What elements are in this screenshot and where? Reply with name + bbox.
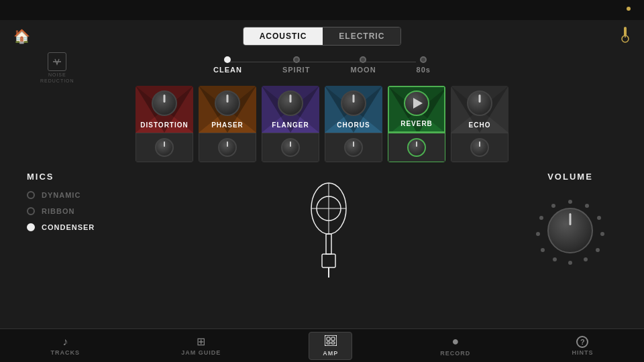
svg-rect-0 bbox=[624, 27, 627, 36]
chorus-label: CHORUS bbox=[325, 121, 382, 129]
tab-electric[interactable]: ELECTRIC bbox=[323, 27, 400, 45]
svg-point-30 bbox=[585, 204, 589, 208]
echo-knob-small[interactable] bbox=[470, 138, 489, 157]
hints-icon: ? bbox=[576, 336, 588, 348]
mic-ribbon-label: RIBBON bbox=[42, 207, 74, 215]
preset-row: NOISE REDUCTION CLEAN SPIRIT MOON 80s bbox=[0, 52, 644, 83]
preset-label-moon: MOON bbox=[350, 66, 376, 74]
preset-clean[interactable]: CLEAN bbox=[213, 56, 242, 74]
reverb-knob[interactable] bbox=[404, 90, 429, 116]
mic-dynamic[interactable]: DYNAMIC bbox=[27, 191, 134, 199]
nav-record[interactable]: ● RECORD bbox=[427, 332, 484, 359]
amp-label: AMP bbox=[323, 350, 338, 357]
jamguide-icon: ⊞ bbox=[197, 335, 205, 348]
svg-rect-44 bbox=[327, 342, 330, 344]
tuner-icon[interactable] bbox=[620, 27, 631, 46]
svg-point-34 bbox=[584, 257, 588, 261]
noise-reduction[interactable]: NOISE REDUCTION bbox=[40, 52, 74, 83]
effect-chorus[interactable]: CHORUS bbox=[325, 86, 382, 162]
mic-condenser-label: CONDENSER bbox=[42, 223, 95, 231]
preset-moon[interactable]: MOON bbox=[350, 56, 376, 74]
mic-condenser[interactable]: CONDENSER bbox=[27, 223, 134, 231]
svg-point-39 bbox=[539, 216, 543, 220]
bottom-nav: ♪ TRACKS ⊞ JAM GUIDE AMP ● RECORD ? HINT… bbox=[0, 328, 644, 362]
svg-point-31 bbox=[597, 216, 601, 220]
distortion-knob-small[interactable] bbox=[155, 138, 174, 157]
radio-ribbon bbox=[27, 207, 35, 215]
tab-acoustic[interactable]: ACOUSTIC bbox=[244, 27, 323, 45]
distortion-knob[interactable] bbox=[152, 90, 177, 116]
echo-label: ECHO bbox=[451, 121, 508, 129]
echo-top: ECHO bbox=[451, 86, 508, 133]
hints-label: HINTS bbox=[572, 349, 593, 356]
svg-rect-45 bbox=[331, 342, 335, 344]
mic-illustration bbox=[148, 172, 510, 279]
preset-label-80s: 80s bbox=[417, 66, 431, 74]
bottom-section: MICS DYNAMIC RIBBON CONDENSER bbox=[0, 165, 644, 328]
volume-knob[interactable] bbox=[547, 208, 593, 253]
phaser-bottom bbox=[199, 133, 256, 162]
record-label: RECORD bbox=[440, 350, 470, 357]
volume-title: VOLUME bbox=[547, 172, 593, 182]
effect-flanger[interactable]: FLANGER bbox=[262, 86, 319, 162]
phaser-top: PHASER bbox=[199, 86, 256, 133]
preset-spirit[interactable]: SPIRIT bbox=[282, 56, 310, 74]
top-bar bbox=[0, 0, 644, 20]
main-content: 🏠 ACOUSTIC ELECTRIC NOISE REDUCTION bbox=[0, 20, 644, 328]
svg-point-35 bbox=[568, 261, 572, 265]
mics-title: MICS bbox=[27, 172, 134, 182]
phaser-knob[interactable] bbox=[215, 90, 240, 116]
flanger-top: FLANGER bbox=[262, 86, 319, 133]
effects-row: DISTORTION PHASER bbox=[0, 83, 644, 165]
preset-dot-clean bbox=[224, 56, 231, 63]
svg-point-37 bbox=[541, 248, 545, 252]
reverb-label: REVERB bbox=[389, 120, 444, 127]
echo-bottom bbox=[451, 133, 508, 162]
header-row: 🏠 ACOUSTIC ELECTRIC bbox=[0, 20, 644, 52]
chorus-knob[interactable] bbox=[341, 90, 366, 116]
svg-point-38 bbox=[536, 232, 540, 236]
preset-dot-moon bbox=[360, 56, 366, 63]
chorus-knob-small[interactable] bbox=[344, 138, 363, 157]
tab-group: ACOUSTIC ELECTRIC bbox=[243, 27, 402, 46]
svg-point-40 bbox=[551, 204, 555, 208]
effect-phaser[interactable]: PHASER bbox=[199, 86, 256, 162]
nav-jamguide[interactable]: ⊞ JAM GUIDE bbox=[168, 333, 234, 359]
effect-distortion[interactable]: DISTORTION bbox=[136, 86, 193, 162]
effect-echo[interactable]: ECHO bbox=[451, 86, 508, 162]
svg-point-29 bbox=[568, 200, 572, 204]
top-bar-dot bbox=[627, 7, 631, 11]
flanger-knob[interactable] bbox=[278, 90, 303, 116]
mics-section: MICS DYNAMIC RIBBON CONDENSER bbox=[27, 172, 134, 239]
preset-80s[interactable]: 80s bbox=[417, 56, 431, 74]
reverb-top: REVERB bbox=[388, 86, 445, 133]
nav-hints[interactable]: ? HINTS bbox=[558, 333, 606, 359]
flanger-bottom bbox=[262, 133, 319, 162]
nav-tracks[interactable]: ♪ TRACKS bbox=[38, 333, 94, 359]
home-icon[interactable]: 🏠 bbox=[13, 28, 30, 44]
noise-icon bbox=[48, 52, 66, 71]
chorus-top: CHORUS bbox=[325, 86, 382, 133]
distortion-label: DISTORTION bbox=[136, 121, 193, 129]
flanger-label: FLANGER bbox=[262, 121, 319, 129]
svg-point-32 bbox=[600, 232, 604, 236]
reverb-knob-small[interactable] bbox=[407, 138, 426, 157]
mic-ribbon[interactable]: RIBBON bbox=[27, 207, 134, 215]
svg-rect-41 bbox=[325, 335, 337, 346]
svg-rect-43 bbox=[331, 337, 335, 341]
preset-label-clean: CLEAN bbox=[213, 66, 242, 74]
svg-rect-27 bbox=[322, 254, 335, 267]
reverb-bottom bbox=[388, 133, 445, 162]
nav-amp[interactable]: AMP bbox=[309, 332, 352, 360]
noise-label: NOISE bbox=[48, 72, 66, 77]
preset-dot-spirit bbox=[293, 56, 300, 63]
distortion-bottom bbox=[136, 133, 193, 162]
chorus-bottom bbox=[325, 133, 382, 162]
flanger-knob-small[interactable] bbox=[281, 138, 300, 157]
volume-section: VOLUME bbox=[523, 172, 617, 267]
effect-reverb[interactable]: REVERB bbox=[388, 86, 445, 162]
volume-knob-area bbox=[533, 194, 607, 267]
echo-knob[interactable] bbox=[467, 90, 492, 116]
jamguide-label: JAM GUIDE bbox=[181, 349, 221, 356]
phaser-knob-small[interactable] bbox=[218, 138, 237, 157]
